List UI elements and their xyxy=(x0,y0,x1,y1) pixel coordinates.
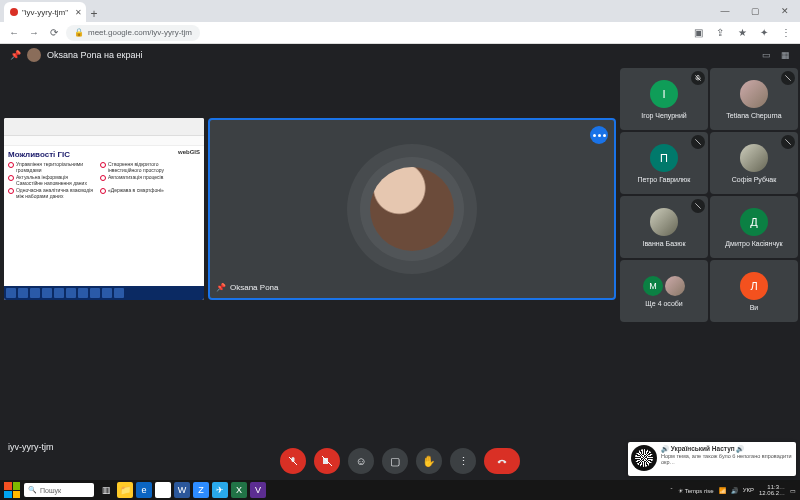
tab-close-icon[interactable]: ✕ xyxy=(75,8,82,17)
avatar xyxy=(650,208,678,236)
taskbar-pinned-apps: ▥ 📁 e ◉ W Z ✈ X V xyxy=(98,482,266,498)
slide-logo: webGIS xyxy=(178,149,200,155)
url-text: meet.google.com/iyv-yyry-tjm xyxy=(88,28,192,37)
speaking-indicator-icon xyxy=(590,126,608,144)
volume-icon[interactable]: 🔊 xyxy=(731,487,738,494)
app-icon[interactable]: V xyxy=(250,482,266,498)
nav-forward-button[interactable]: → xyxy=(26,25,42,41)
tray-chevron-icon[interactable]: ˄ xyxy=(670,487,673,494)
overflow-label: Ще 4 особи xyxy=(645,300,683,307)
slide-item: Створення відкритого інвестиційного прос… xyxy=(108,162,188,173)
explorer-icon[interactable]: 📁 xyxy=(117,482,133,498)
meet-layout-icon[interactable]: ▦ xyxy=(781,50,790,60)
self-label: Ви xyxy=(750,304,759,311)
mic-toggle-button[interactable] xyxy=(280,448,306,474)
shared-desktop-taskbar xyxy=(4,286,204,300)
muted-icon xyxy=(691,135,705,149)
reactions-button[interactable]: ☺ xyxy=(348,448,374,474)
participant-tile[interactable]: П Петро Гаврилюк xyxy=(620,132,708,194)
address-bar[interactable]: 🔒 meet.google.com/iyv-yyry-tjm xyxy=(66,25,200,41)
participant-name: Софія Рубчак xyxy=(732,176,777,183)
more-options-button[interactable]: ⋮ xyxy=(450,448,476,474)
avatar xyxy=(665,276,685,296)
wifi-icon[interactable]: 📶 xyxy=(719,487,726,494)
slide-title: Можливості ГІС xyxy=(8,150,200,159)
minimize-tile-icon[interactable]: ▭ xyxy=(762,50,771,60)
browser-toolbar: ← → ⟳ 🔒 meet.google.com/iyv-yyry-tjm ▣ ⇪… xyxy=(0,22,800,44)
windows-taskbar: 🔍 Пошук ▥ 📁 e ◉ W Z ✈ X V ˄ ☀ Temps rise… xyxy=(0,480,800,500)
participant-tile[interactable]: І Ігор Чепурний xyxy=(620,68,708,130)
language-indicator[interactable]: УКР xyxy=(743,487,754,493)
weather-widget[interactable]: ☀ Temps rise xyxy=(678,487,714,494)
taskbar-search[interactable]: 🔍 Пошук xyxy=(24,483,94,497)
word-icon[interactable]: W xyxy=(174,482,190,498)
window-controls: — ▢ ✕ xyxy=(710,0,800,22)
edge-icon[interactable]: e xyxy=(136,482,152,498)
speaker-avatar xyxy=(370,167,454,251)
presenter-banner-text: Oksana Pona на екрані xyxy=(47,50,142,60)
self-tile[interactable]: Л Ви xyxy=(710,260,798,322)
lock-icon: 🔒 xyxy=(74,28,84,37)
speaker-name: Oksana Pona xyxy=(230,283,278,292)
window-titlebar: "iyv-yyry-tjm" ✕ + — ▢ ✕ xyxy=(0,0,800,22)
share-icon[interactable]: ⇪ xyxy=(712,25,728,41)
presentation-tile[interactable]: Можливості ГІС webGIS Управління територ… xyxy=(4,118,204,300)
search-placeholder: Пошук xyxy=(40,487,61,494)
meet-top-bar: 📌 Oksana Pona на екрані ▭ ▦ xyxy=(0,44,800,66)
participant-tile[interactable]: Іванна Базюк xyxy=(620,196,708,258)
new-tab-button[interactable]: + xyxy=(86,6,102,22)
start-button[interactable] xyxy=(4,482,20,498)
window-maximize-button[interactable]: ▢ xyxy=(740,0,770,22)
nav-reload-button[interactable]: ⟳ xyxy=(46,25,62,41)
muted-icon xyxy=(691,71,705,85)
presenter-pin-icon: 📌 xyxy=(10,50,21,60)
participant-tile[interactable]: Tetiana Chepurna xyxy=(710,68,798,130)
present-button[interactable]: ▢ xyxy=(382,448,408,474)
task-view-icon[interactable]: ▥ xyxy=(98,482,114,498)
speaker-label: 📌 Oksana Pona xyxy=(216,283,278,292)
camera-toggle-button[interactable] xyxy=(314,448,340,474)
excel-icon[interactable]: X xyxy=(231,482,247,498)
tab-favicon xyxy=(10,8,18,16)
slide-item: Одночасна аналітична взаємодія між набор… xyxy=(16,188,96,199)
search-icon: 🔍 xyxy=(28,486,37,494)
menu-icon[interactable]: ⋮ xyxy=(778,25,794,41)
chrome-icon[interactable]: ◉ xyxy=(155,482,171,498)
slide-item: «Держава в смартфоні» xyxy=(108,188,164,199)
browser-tab[interactable]: "iyv-yyry-tjm" ✕ xyxy=(4,2,86,22)
participant-tile[interactable]: Д Дмитро Касіянчук xyxy=(710,196,798,258)
slide-item: Актуальна інформація Самостійне наповнен… xyxy=(16,175,96,186)
cast-icon[interactable]: ▣ xyxy=(690,25,706,41)
slide-item: Управління територіальними громадами xyxy=(16,162,96,173)
bookmark-icon[interactable]: ★ xyxy=(734,25,750,41)
window-minimize-button[interactable]: — xyxy=(710,0,740,22)
muted-icon xyxy=(781,135,795,149)
raise-hand-button[interactable]: ✋ xyxy=(416,448,442,474)
notification-title: 🔊 Український Наступ 🔊 xyxy=(661,445,793,453)
window-close-button[interactable]: ✕ xyxy=(770,0,800,22)
avatar xyxy=(740,80,768,108)
participant-name: Ігор Чепурний xyxy=(641,112,686,119)
participant-tile[interactable]: Софія Рубчак xyxy=(710,132,798,194)
meet-main-area: Можливості ГІС webGIS Управління територ… xyxy=(0,66,620,456)
muted-icon xyxy=(691,199,705,213)
avatar: І xyxy=(650,80,678,108)
leave-call-button[interactable] xyxy=(484,448,520,474)
notification-body: Норм тема, але також було б непогано впр… xyxy=(661,453,793,465)
avatar xyxy=(740,144,768,172)
telegram-icon[interactable]: ✈ xyxy=(212,482,228,498)
zoom-icon[interactable]: Z xyxy=(193,482,209,498)
presentation-toolbar xyxy=(4,136,204,146)
clock-date[interactable]: 12.06.2… xyxy=(759,490,785,496)
avatar: Д xyxy=(740,208,768,236)
presenter-avatar xyxy=(27,48,41,62)
notification-app-icon xyxy=(631,445,657,471)
overflow-tile[interactable]: М Ще 4 особи xyxy=(620,260,708,322)
active-speaker-tile[interactable]: 📌 Oksana Pona xyxy=(208,118,616,300)
nav-back-button[interactable]: ← xyxy=(6,25,22,41)
notification-toast[interactable]: 🔊 Український Наступ 🔊 Норм тема, але та… xyxy=(628,442,796,476)
notifications-icon[interactable]: ▭ xyxy=(790,487,796,494)
presentation-app-header xyxy=(4,118,204,136)
extensions-icon[interactable]: ✦ xyxy=(756,25,772,41)
participant-name: Петро Гаврилюк xyxy=(638,176,691,183)
